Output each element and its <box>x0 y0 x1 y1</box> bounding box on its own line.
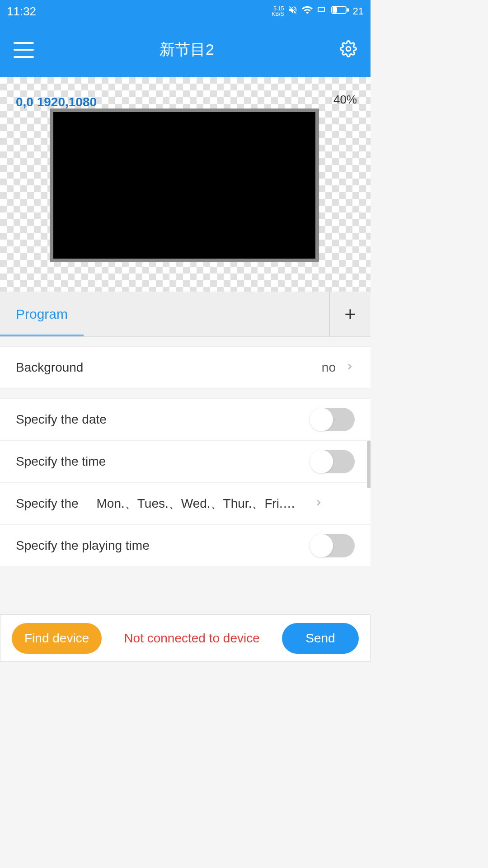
setting-specify-time[interactable]: Specify the time <box>0 441 371 483</box>
svg-rect-2 <box>333 7 337 13</box>
battery-icon <box>331 5 349 18</box>
scroll-indicator[interactable] <box>367 441 371 488</box>
setting-label: Specify the date <box>16 412 310 427</box>
wifi-icon <box>301 4 313 19</box>
setting-specify-week[interactable]: Specify the Mon.、Tues.、Wed.、Thur.、Fri.… <box>0 483 371 525</box>
settings-list: Background no Specify the date Specify t… <box>0 337 371 567</box>
toggle-playing-time[interactable] <box>310 534 355 557</box>
toggle-date[interactable] <box>310 408 355 431</box>
send-button[interactable]: Send <box>282 623 359 654</box>
app-header: 新节目2 <box>0 23 371 77</box>
svg-rect-0 <box>318 7 324 12</box>
svg-rect-3 <box>347 8 349 12</box>
bottom-bar: Find device Not connected to device Send <box>0 614 371 662</box>
find-device-button[interactable]: Find device <box>12 623 102 654</box>
setting-background[interactable]: Background no <box>0 347 371 389</box>
setting-specify-date[interactable]: Specify the date <box>0 399 371 441</box>
preview-screen[interactable] <box>50 108 319 262</box>
setting-value: no <box>322 360 336 375</box>
status-bar: 11:32 5.15 KB/S 21 <box>0 0 371 23</box>
setting-label: Specify the <box>16 496 79 511</box>
setting-playing-time[interactable]: Specify the playing time <box>0 525 371 567</box>
chevron-right-icon <box>345 360 355 375</box>
chevron-right-icon <box>314 496 324 511</box>
status-time: 11:32 <box>7 5 36 19</box>
setting-week-value: Mon.、Tues.、Wed.、Thur.、Fri.… <box>97 495 305 512</box>
toggle-time[interactable] <box>310 450 355 473</box>
network-speed: 5.15 KB/S <box>272 6 284 17</box>
battery-percent: 21 <box>353 5 364 17</box>
coordinates-label: 0,0 1920,1080 <box>16 95 97 109</box>
tab-bar: Program + <box>0 292 371 337</box>
setting-label: Specify the time <box>16 454 310 469</box>
connection-status: Not connected to device <box>111 631 273 646</box>
plus-icon: + <box>344 303 356 326</box>
settings-icon[interactable] <box>340 40 357 59</box>
status-indicators: 5.15 KB/S 21 <box>272 4 364 19</box>
svg-point-4 <box>346 47 351 51</box>
tab-program[interactable]: Program <box>0 292 84 336</box>
add-button[interactable]: + <box>330 292 371 336</box>
preview-canvas[interactable]: 0,0 1920,1080 40% <box>0 77 371 292</box>
mute-icon <box>288 5 298 18</box>
rotation-icon <box>317 5 328 18</box>
zoom-level: 40% <box>333 93 357 107</box>
page-title: 新节目2 <box>160 39 214 60</box>
setting-label: Specify the playing time <box>16 538 310 553</box>
setting-label: Background <box>16 360 322 375</box>
menu-icon[interactable] <box>14 42 34 58</box>
